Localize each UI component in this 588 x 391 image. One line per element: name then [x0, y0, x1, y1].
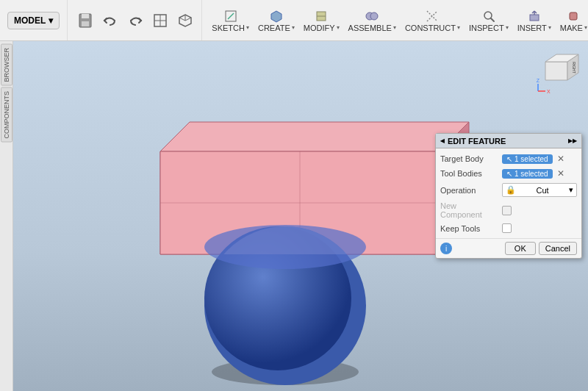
operation-dropdown-arrow: ▾: [569, 185, 573, 195]
construct-label-row: CONSTRUCT ▾: [405, 24, 460, 32]
save-button[interactable]: [74, 10, 97, 31]
target-body-badge-icon: ↖: [506, 155, 512, 163]
redo-button[interactable]: [123, 10, 147, 31]
sketch-menu[interactable]: SKETCH ▾: [208, 7, 253, 35]
tool-bodies-label: Tool Bodies: [440, 169, 499, 178]
panel-expand-icon[interactable]: ▸▸: [568, 136, 577, 146]
cancel-button[interactable]: Cancel: [539, 242, 577, 255]
create-icon-row: [269, 9, 284, 24]
ok-button[interactable]: OK: [505, 242, 536, 255]
new-component-checkbox[interactable]: [502, 206, 512, 215]
tool-bodies-badge-text: 1 selected: [514, 170, 548, 178]
model-label: MODEL: [14, 15, 46, 26]
sidebar-tab-components[interactable]: COMPONENTS: [1, 87, 12, 143]
panel-body: Target Body ↖ 1 selected ✕ Tool Bodies ↖…: [436, 148, 581, 238]
save-icon: [76, 12, 94, 29]
target-body-row: Target Body ↖ 1 selected ✕: [440, 151, 577, 166]
modify-icon: [314, 9, 329, 24]
sketch-label-row: SKETCH ▾: [212, 24, 249, 32]
assemble-label-row: ASSEMBLE ▾: [348, 24, 396, 32]
modify-label: MODIFY: [304, 24, 335, 32]
cube-button[interactable]: [173, 10, 197, 31]
panel-header-left: ◂ EDIT FEATURE: [440, 136, 506, 146]
keep-tools-checkbox-container: [502, 223, 512, 233]
target-body-badge[interactable]: ↖ 1 selected: [502, 154, 553, 164]
make-label-row: MAKE ▾: [560, 24, 587, 32]
construct-icon: [425, 9, 440, 24]
target-body-label: Target Body: [440, 154, 499, 163]
edit-feature-panel: ◂ EDIT FEATURE ▸▸ Target Body ↖ 1 select…: [435, 133, 582, 259]
insert-label-row: INSERT ▾: [517, 24, 551, 32]
operation-lock-icon: 🔒: [506, 185, 516, 195]
make-menu[interactable]: MAKE ▾: [556, 7, 588, 35]
viewport[interactable]: RIGHT Z X ◂ EDIT FEATURE ▸▸ Target Body …: [13, 41, 588, 391]
svg-marker-34: [545, 62, 567, 80]
tool-bodies-close[interactable]: ✕: [557, 168, 564, 179]
wireframe-icon: [151, 12, 169, 29]
assemble-arrow: ▾: [393, 24, 396, 31]
make-label: MAKE: [560, 24, 583, 32]
inspect-label-row: INSPECT ▾: [469, 24, 509, 32]
operation-dropdown[interactable]: 🔒 Cut ▾: [502, 183, 577, 197]
wireframe-button[interactable]: [148, 10, 172, 31]
svg-rect-2: [82, 21, 89, 26]
insert-label: INSERT: [517, 24, 547, 32]
panel-collapse-icon[interactable]: ◂: [440, 136, 445, 146]
make-icon: [566, 9, 581, 24]
keep-tools-checkbox[interactable]: [502, 223, 512, 233]
create-icon: [269, 9, 284, 24]
svg-text:Z: Z: [537, 78, 540, 83]
left-sidebar: BROWSER COMPONENTS: [0, 41, 13, 391]
toolbar-left-section: MODEL ▾: [3, 0, 68, 40]
create-menu[interactable]: CREATE ▾: [254, 7, 298, 35]
panel-footer: i OK Cancel: [436, 238, 581, 258]
svg-line-8: [179, 18, 185, 21]
construct-menu[interactable]: CONSTRUCT ▾: [401, 7, 464, 35]
panel-title: EDIT FEATURE: [448, 137, 506, 146]
svg-rect-25: [570, 12, 577, 20]
modify-icon-row: [314, 9, 329, 24]
assemble-icon: [365, 9, 379, 24]
modify-menu[interactable]: MODIFY ▾: [300, 7, 343, 35]
inspect-icon: [481, 9, 496, 24]
tool-bodies-badge-icon: ↖: [506, 170, 512, 178]
assemble-label: ASSEMBLE: [348, 24, 392, 32]
sketch-icon: [223, 9, 238, 24]
info-button[interactable]: i: [440, 243, 452, 254]
panel-header[interactable]: ◂ EDIT FEATURE ▸▸: [436, 134, 581, 148]
svg-line-9: [185, 18, 191, 21]
info-icon: i: [445, 245, 447, 253]
viewcube[interactable]: RIGHT Z X: [531, 47, 582, 98]
create-arrow: ▾: [292, 24, 295, 31]
model-dropdown[interactable]: MODEL ▾: [7, 12, 60, 29]
inspect-arrow: ▾: [506, 24, 509, 31]
undo-button[interactable]: [98, 10, 122, 31]
keep-tools-label: Keep Tools: [440, 224, 499, 233]
viewcube-svg: RIGHT Z X: [531, 47, 582, 98]
svg-line-11: [228, 13, 234, 19]
inspect-label: INSPECT: [469, 24, 504, 32]
target-body-close[interactable]: ✕: [557, 154, 564, 164]
svg-marker-12: [271, 11, 282, 22]
sidebar-tab-browser[interactable]: BROWSER: [1, 44, 12, 86]
new-component-label: New Component: [440, 201, 499, 219]
modify-arrow: ▾: [337, 24, 340, 31]
redo-icon: [126, 12, 144, 29]
svg-rect-1: [82, 14, 89, 18]
insert-menu[interactable]: INSERT ▾: [514, 7, 555, 35]
construct-label: CONSTRUCT: [405, 24, 456, 32]
construct-arrow: ▾: [457, 24, 460, 31]
assemble-menu[interactable]: ASSEMBLE ▾: [345, 7, 400, 35]
keep-tools-row: Keep Tools: [440, 221, 577, 235]
tool-bodies-badge[interactable]: ↖ 1 selected: [502, 169, 553, 179]
inspect-menu[interactable]: INSPECT ▾: [465, 7, 512, 35]
construct-icon-row: [425, 9, 440, 24]
assemble-icon-row: [365, 9, 379, 24]
sketch-icon-row: [223, 9, 238, 24]
toolbar-actions-section: [69, 0, 202, 40]
operation-value: Cut: [536, 186, 548, 195]
inspect-icon-row: [481, 9, 496, 24]
insert-icon: [527, 9, 542, 24]
new-component-checkbox-container: [502, 206, 512, 215]
create-label: CREATE: [258, 24, 290, 32]
